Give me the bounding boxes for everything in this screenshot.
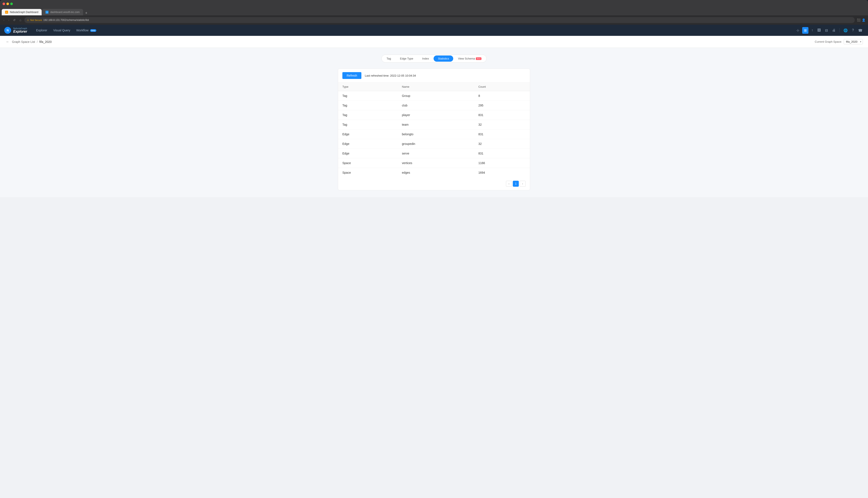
tab-statistics[interactable]: Statistics xyxy=(434,55,453,62)
traffic-lights xyxy=(2,2,13,5)
cell-count-1: 295 xyxy=(474,101,530,110)
nav-visual-query[interactable]: Visual Query xyxy=(51,27,73,33)
col-name: Name xyxy=(398,82,474,91)
breadcrumb: ← Graph Space List / fifa_2020 xyxy=(5,39,52,44)
close-button[interactable] xyxy=(2,2,5,5)
top-nav: N NebulaGraph Explorer Explorer Visual Q… xyxy=(0,25,868,36)
cell-count-3: 32 xyxy=(474,120,530,130)
table-row: Tagplayer831 xyxy=(338,110,530,120)
reload-button[interactable]: ↺ xyxy=(12,17,16,23)
cell-type-4: Edge xyxy=(338,130,398,139)
workflow-beta-badge: Beta xyxy=(90,29,96,32)
address-field[interactable]: ⚠ Not Secure 192.168.8.131:7002/schema/s… xyxy=(24,17,855,23)
browser-tab-inactive[interactable]: d dashboard.vesoft-inc.com xyxy=(42,9,83,15)
help-button[interactable]: ? xyxy=(851,27,855,34)
nav-explorer[interactable]: Explorer xyxy=(34,27,50,33)
cell-name-2: player xyxy=(398,110,474,120)
stats-table: Type Name Count TagGroup8Tagclub295Tagpl… xyxy=(338,82,530,177)
table-row: Edgegroupedin32 xyxy=(338,139,530,149)
page-header: ← Graph Space List / fifa_2020 Current G… xyxy=(0,36,868,48)
minimize-button[interactable] xyxy=(7,2,9,5)
phone-button[interactable]: ☎ xyxy=(857,27,864,34)
nav-workflow[interactable]: Workflow Beta xyxy=(74,27,99,33)
logo-area: N NebulaGraph Explorer xyxy=(4,27,27,34)
image-button[interactable]: 🖼 xyxy=(816,27,822,34)
back-button[interactable]: ‹ xyxy=(2,17,5,23)
forward-button[interactable]: › xyxy=(8,17,10,23)
cell-name-7: vertices xyxy=(398,158,474,168)
graph-space-selector: Current Graph Space: fifa_2020 ▾ xyxy=(815,39,863,44)
cell-name-0: Group xyxy=(398,91,474,101)
home-button[interactable]: ⌂ xyxy=(18,17,22,23)
cell-name-8: edges xyxy=(398,168,474,178)
cell-type-6: Edge xyxy=(338,149,398,158)
logo-text: NebulaGraph Explorer xyxy=(13,27,27,34)
tabs-container: Tag Edge Type Index Statistics View Sche… xyxy=(4,55,864,63)
main-content: Tag Edge Type Index Statistics View Sche… xyxy=(0,48,868,197)
tab-view-schema[interactable]: View Schema Beta xyxy=(454,55,486,62)
tab-favicon-1: N xyxy=(5,11,8,14)
breadcrumb-parent[interactable]: Graph Space List xyxy=(12,40,35,43)
table-header: Type Name Count xyxy=(338,82,530,91)
graph-space-select[interactable]: fifa_2020 xyxy=(844,39,863,44)
new-tab-button[interactable]: + xyxy=(84,11,89,15)
printer-button[interactable]: 🖨 xyxy=(831,27,837,34)
browser-chrome: N NebulaGraph Dashboard d dashboard.veso… xyxy=(0,0,868,25)
table-row: TagGroup8 xyxy=(338,91,530,101)
table-row: Tagclub295 xyxy=(338,101,530,110)
profile-button[interactable]: 👤 xyxy=(862,18,866,22)
tab-index[interactable]: Index xyxy=(418,55,433,62)
tab-label-1: NebulaGraph Dashboard xyxy=(10,11,38,14)
breadcrumb-current: fifa_2020 xyxy=(39,40,52,43)
grid-button[interactable]: ⊟ xyxy=(824,27,829,34)
next-page-button[interactable]: › xyxy=(520,181,526,187)
extensions-button[interactable]: ⬛ xyxy=(857,18,860,22)
cell-name-4: belongto xyxy=(398,130,474,139)
refresh-button[interactable]: Refresh xyxy=(342,72,361,79)
tab-tag[interactable]: Tag xyxy=(382,55,395,62)
content-area: Refresh Last refreshed time: 2022-12-05 … xyxy=(338,68,530,190)
nav-right: ⊹ ⊞ ↑ 🖼 ⊟ 🖨 🌐 ? ☎ xyxy=(795,27,864,34)
cell-count-4: 831 xyxy=(474,130,530,139)
security-icon: ⚠ xyxy=(27,19,29,22)
cursor-tool-button[interactable]: ⊹ xyxy=(795,27,801,34)
refresh-time-value: 2022-12-05 10:04:34 xyxy=(390,74,416,77)
tabs-bar: Tag Edge Type Index Statistics View Sche… xyxy=(381,55,487,63)
back-button[interactable]: ← xyxy=(5,39,10,44)
cell-count-0: 8 xyxy=(474,91,530,101)
cell-type-0: Tag xyxy=(338,91,398,101)
cell-name-1: club xyxy=(398,101,474,110)
browser-tab-active[interactable]: N NebulaGraph Dashboard xyxy=(2,9,42,15)
cell-type-8: Space xyxy=(338,168,398,178)
graph-space-select-wrapper: fifa_2020 ▾ xyxy=(844,39,863,44)
browser-titlebar xyxy=(0,0,868,8)
pagination: ‹ 1 › xyxy=(338,177,530,190)
cell-type-3: Tag xyxy=(338,120,398,130)
cell-count-6: 831 xyxy=(474,149,530,158)
logo-bottom: Explorer xyxy=(13,30,27,34)
url-text: 192.168.8.131:7002/schema/statistic/list xyxy=(43,18,89,22)
app-container: N NebulaGraph Explorer Explorer Visual Q… xyxy=(0,25,868,498)
table-view-button[interactable]: ⊞ xyxy=(802,27,808,34)
globe-button[interactable]: 🌐 xyxy=(842,27,849,34)
upload-button[interactable]: ↑ xyxy=(810,27,814,34)
prev-page-button[interactable]: ‹ xyxy=(506,181,512,187)
refresh-time-label: Last refreshed time: 2022-12-05 10:04:34 xyxy=(365,74,416,77)
cell-name-6: serve xyxy=(398,149,474,158)
not-secure-label: Not Secure xyxy=(30,19,42,21)
table-row: Tagteam32 xyxy=(338,120,530,130)
table-row: Spacevertices1166 xyxy=(338,158,530,168)
current-page-button[interactable]: 1 xyxy=(513,181,519,187)
cell-count-7: 1166 xyxy=(474,158,530,168)
cell-name-3: team xyxy=(398,120,474,130)
tab-label-2: dashboard.vesoft-inc.com xyxy=(50,11,79,14)
maximize-button[interactable] xyxy=(10,2,13,5)
tab-edge-type[interactable]: Edge Type xyxy=(396,55,418,62)
table-row: Spaceedges1694 xyxy=(338,168,530,178)
breadcrumb-separator: / xyxy=(37,40,38,43)
logo-icon: N xyxy=(4,27,11,34)
tab-bar: N NebulaGraph Dashboard d dashboard.veso… xyxy=(0,8,868,15)
cell-type-7: Space xyxy=(338,158,398,168)
nav-links: Explorer Visual Query Workflow Beta xyxy=(34,27,99,33)
address-bar: ‹ › ↺ ⌂ ⚠ Not Secure 192.168.8.131:7002/… xyxy=(0,15,868,25)
